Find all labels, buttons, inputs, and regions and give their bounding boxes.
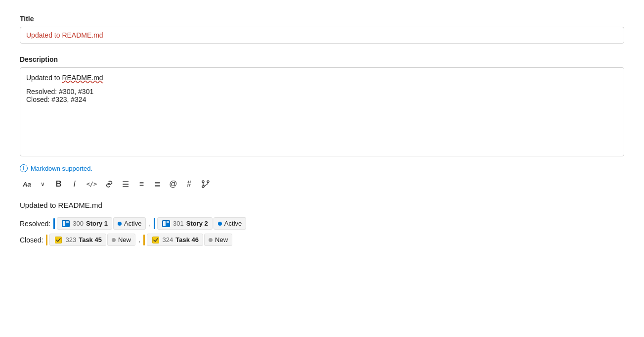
description-link: README.md [62, 74, 103, 82]
mention-btn[interactable]: @ [166, 177, 180, 191]
status-text-324: New [215, 236, 228, 243]
item-id-301: 301 [173, 220, 184, 227]
pr-btn[interactable] [198, 177, 213, 191]
format-text-btn[interactable]: Aa [20, 177, 34, 191]
description-label: Description [20, 55, 624, 63]
status-text-300: Active [124, 220, 141, 227]
svg-rect-6 [66, 221, 69, 223]
task-324-bar [143, 235, 145, 245]
dot-new-323 [112, 238, 116, 242]
status-301: Active [214, 217, 246, 230]
markdown-note-text: Markdown supported. [31, 165, 92, 172]
item-name-task45: Task 45 [79, 236, 102, 243]
status-text-323: New [118, 236, 131, 243]
item-name-task46: Task 46 [175, 236, 199, 243]
comma-1: , [149, 220, 151, 227]
work-item-324[interactable]: 324 Task 46 [147, 234, 203, 246]
comma-2: , [138, 236, 140, 243]
status-text-301: Active [224, 220, 242, 227]
svg-rect-8 [163, 221, 166, 226]
story-icon-300 [61, 220, 70, 227]
hash-btn[interactable]: # [182, 177, 196, 191]
story-icon-301 [162, 220, 171, 227]
item-id-300: 300 [73, 220, 84, 227]
code-btn[interactable]: </> [84, 177, 100, 191]
item-id-324: 324 [163, 236, 173, 243]
description-prefix: Updated to [26, 74, 62, 82]
title-label: Title [20, 15, 624, 23]
dot-active-300 [118, 222, 122, 226]
description-closed: Closed: #323, #324 [26, 96, 618, 103]
description-resolved: Resolved: #300, #301 [26, 88, 618, 96]
list-btn[interactable]: ☰ [119, 177, 132, 191]
title-section: Title [20, 15, 624, 44]
resolved-row: Resolved: 300 Story 1 Active , [20, 217, 624, 230]
dot-active-301 [218, 222, 222, 226]
status-300: Active [113, 217, 146, 230]
ordered-list-btn[interactable]: ≡ [134, 177, 148, 191]
work-item-300[interactable]: 300 Story 1 [57, 217, 112, 230]
resolved-label: Resolved: [20, 220, 50, 228]
story-2-bar [154, 218, 155, 229]
bold-btn[interactable]: B [52, 177, 66, 191]
closed-row: Closed: 323 Task 45 New , [20, 234, 624, 246]
closed-label: Closed: [20, 236, 43, 244]
item-name-story1: Story 1 [86, 220, 108, 227]
indent-list-btn[interactable]: ≣ [150, 177, 164, 191]
dot-new-324 [209, 238, 213, 242]
italic-btn[interactable]: I [68, 177, 82, 191]
description-section: Description Updated to README.md Resolve… [20, 55, 624, 156]
dropdown-btn[interactable]: ∨ [36, 177, 50, 191]
info-icon: i [20, 164, 28, 172]
markdown-note: i Markdown supported. [20, 164, 624, 172]
title-input[interactable] [20, 27, 624, 44]
link-btn[interactable] [102, 177, 117, 191]
preview-title: Updated to README.md [20, 201, 624, 209]
item-name-story2: Story 2 [186, 220, 208, 227]
status-324: New [204, 234, 232, 246]
svg-rect-9 [167, 221, 169, 223]
description-box[interactable]: Updated to README.md Resolved: #300, #30… [20, 67, 624, 156]
status-323: New [107, 234, 135, 246]
work-item-301[interactable]: 301 Story 2 [157, 217, 213, 230]
svg-point-0 [202, 181, 204, 183]
description-toolbar: Aa ∨ B I </> ☰ ≡ ≣ @ # [20, 177, 624, 191]
work-item-323[interactable]: 323 Task 45 [49, 234, 106, 246]
work-items-section: Resolved: 300 Story 1 Active , [20, 217, 624, 246]
story-1-bar [53, 218, 55, 229]
task-icon-323 [54, 237, 63, 243]
task-323-bar [46, 235, 47, 245]
task-icon-324 [151, 237, 160, 243]
description-line1: Updated to README.md [26, 74, 618, 82]
item-id-323: 323 [65, 236, 76, 243]
svg-rect-5 [63, 221, 65, 226]
